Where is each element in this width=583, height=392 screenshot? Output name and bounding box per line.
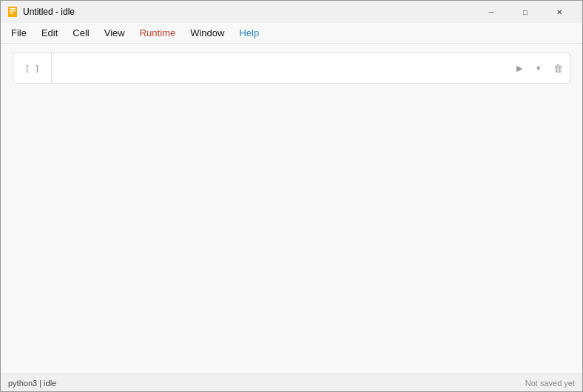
cell-gutter: [ ]	[13, 53, 52, 83]
menu-window[interactable]: Window	[183, 24, 232, 41]
menu-runtime[interactable]: Runtime	[132, 24, 183, 41]
status-right: Not saved yet	[525, 379, 575, 388]
chevron-down-icon: ▾	[536, 64, 541, 73]
svg-rect-1	[10, 8, 16, 10]
maximize-button[interactable]: □	[508, 1, 542, 23]
delete-cell-button[interactable]: 🗑	[549, 59, 567, 77]
menu-cell[interactable]: Cell	[65, 24, 96, 41]
window-controls: ─ □ ✕	[474, 1, 576, 23]
svg-rect-3	[10, 13, 13, 14]
title-bar: Untitled - idle ─ □ ✕	[1, 1, 582, 23]
svg-rect-2	[10, 10, 16, 12]
main-content: [ ] ▶ ▾ 🗑	[1, 44, 582, 374]
status-left: python3 | idle	[8, 379, 56, 388]
cell-actions: ▶ ▾ 🗑	[508, 53, 570, 83]
title-text: Untitled - idle	[23, 7, 75, 17]
status-bar: python3 | idle Not saved yet	[1, 374, 582, 391]
title-left: Untitled - idle	[7, 6, 75, 18]
delete-icon: 🗑	[553, 63, 563, 74]
app-icon	[7, 6, 18, 18]
cell-input[interactable]	[52, 53, 508, 83]
run-cell-button[interactable]: ▶	[510, 59, 528, 77]
menu-view[interactable]: View	[97, 24, 132, 41]
menu-file[interactable]: File	[4, 24, 34, 41]
menu-help[interactable]: Help	[232, 24, 266, 41]
menu-edit[interactable]: Edit	[34, 24, 65, 41]
cell-container: [ ] ▶ ▾ 🗑	[13, 53, 570, 84]
run-icon: ▶	[516, 64, 522, 73]
close-button[interactable]: ✕	[542, 1, 576, 23]
cell-menu-button[interactable]: ▾	[530, 59, 547, 77]
minimize-button[interactable]: ─	[474, 1, 508, 23]
menu-bar: File Edit Cell View Runtime Window Help	[1, 23, 582, 44]
